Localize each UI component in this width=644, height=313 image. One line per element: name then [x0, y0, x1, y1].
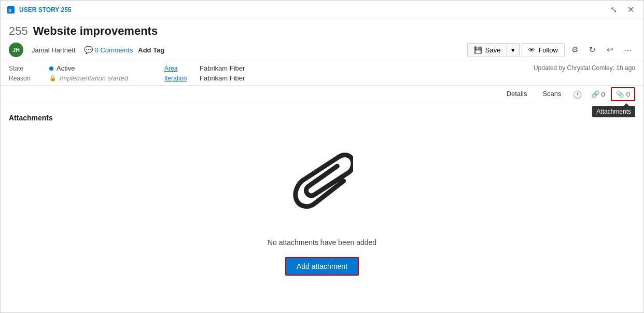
work-item-window: S USER STORY 255 ⤡ ✕ 255 Website improve…	[0, 0, 644, 313]
header: 255 Website improvements JH Jamal Hartne…	[1, 19, 643, 61]
history-button[interactable]: 🕐	[570, 87, 585, 102]
attachments-tooltip-container: 📎 0 Attachments	[611, 87, 635, 101]
tab-scans[interactable]: Scans	[535, 86, 568, 103]
title-bar: S USER STORY 255 ⤡ ✕	[1, 1, 643, 19]
close-button[interactable]: ✕	[624, 4, 637, 16]
reason-row: Reason 🔒 Implementation started	[9, 74, 164, 82]
add-attachment-button[interactable]: Add attachment	[285, 257, 359, 276]
state-row: State Active	[9, 64, 164, 72]
comment-icon: 💬	[84, 46, 93, 54]
save-dropdown-button[interactable]: ▾	[507, 44, 519, 57]
area-label[interactable]: Area	[164, 65, 195, 72]
area-row: Area Fabrikam Fiber	[164, 64, 245, 72]
save-label: Save	[485, 46, 501, 54]
attachments-tooltip: Attachments	[592, 106, 635, 117]
add-tag-button[interactable]: Add Tag	[135, 45, 167, 55]
undo-button[interactable]: ↩	[602, 42, 618, 58]
reason-value: Implementation started	[60, 74, 128, 82]
save-disk-icon: 💾	[474, 46, 482, 54]
comments-link[interactable]: 0 Comments	[95, 46, 133, 54]
attachments-count: 0	[626, 90, 630, 98]
updated-text: Updated by Chrystal Comley: 1h ago	[534, 64, 635, 72]
paperclip-tab-icon: 📎	[616, 90, 624, 98]
iteration-row: Iteration Fabrikam Fiber	[164, 74, 245, 82]
follow-label: Follow	[538, 46, 558, 54]
empty-state: No attachments have been added Add attac…	[9, 122, 635, 302]
lock-icon: 🔒	[49, 75, 57, 81]
story-title: Website improvements	[33, 24, 158, 38]
tab-details[interactable]: Details	[499, 86, 535, 103]
meta-col-right: Area Fabrikam Fiber Iteration Fabrikam F…	[164, 64, 245, 82]
large-paperclip-icon	[291, 148, 353, 228]
tabs-section: Details Scans 🕐 🔗 0 📎 0 Attachments	[1, 86, 643, 103]
more-button[interactable]: ⋯	[620, 42, 635, 58]
eye-icon: 👁	[528, 46, 535, 54]
reason-value-row: 🔒 Implementation started	[49, 74, 128, 82]
attachments-heading: Attachments	[9, 114, 635, 122]
links-button[interactable]: 🔗 0	[586, 88, 610, 101]
author-name: Jamal Hartnett	[32, 46, 76, 54]
state-value: Active	[57, 64, 75, 72]
empty-message: No attachments have been added	[268, 238, 376, 247]
area-value: Fabrikam Fiber	[200, 64, 245, 72]
title-bar-controls: ⤡ ✕	[607, 4, 637, 16]
avatar: JH	[9, 43, 23, 57]
meta-section: State Active Reason 🔒 Implementation sta…	[1, 61, 643, 86]
minimize-button[interactable]: ⤡	[607, 4, 620, 16]
work-item-icon: S	[7, 6, 15, 14]
svg-text:S: S	[8, 8, 11, 13]
right-toolbar: 💾 Save ▾ 👁 Follow ⚙ ↻ ↩ ⋯	[467, 42, 635, 58]
content-area: Attachments No attachments have been add…	[1, 103, 643, 312]
chevron-down-icon: ▾	[511, 46, 515, 54]
story-title-row: 255 Website improvements	[9, 24, 635, 38]
title-bar-label: USER STORY 255	[19, 6, 603, 13]
state-label: State	[9, 65, 45, 72]
save-button-group: 💾 Save ▾	[467, 43, 520, 57]
links-count: 0	[601, 90, 605, 98]
meta-two-col: State Active Reason 🔒 Implementation sta…	[9, 64, 245, 82]
reason-label: Reason	[9, 75, 45, 82]
links-icon: 🔗	[591, 90, 599, 98]
save-button[interactable]: 💾 Save	[468, 44, 507, 57]
settings-button[interactable]: ⚙	[567, 42, 582, 58]
state-value-row: Active	[49, 64, 75, 72]
iteration-label[interactable]: Iteration	[164, 75, 195, 82]
story-number: 255	[9, 24, 28, 38]
refresh-button[interactable]: ↻	[584, 42, 600, 58]
iteration-value: Fabrikam Fiber	[200, 74, 245, 82]
follow-button[interactable]: 👁 Follow	[522, 43, 565, 57]
meta-col-left: State Active Reason 🔒 Implementation sta…	[9, 64, 164, 82]
header-row2: JH Jamal Hartnett 💬 0 Comments Add Tag 💾…	[9, 42, 635, 58]
comments-tag-area: 💬 0 Comments Add Tag	[84, 45, 168, 55]
header-left-meta: JH Jamal Hartnett 💬 0 Comments Add Tag	[9, 43, 167, 57]
attachments-button[interactable]: 📎 0	[611, 87, 635, 101]
state-dot	[49, 66, 53, 71]
